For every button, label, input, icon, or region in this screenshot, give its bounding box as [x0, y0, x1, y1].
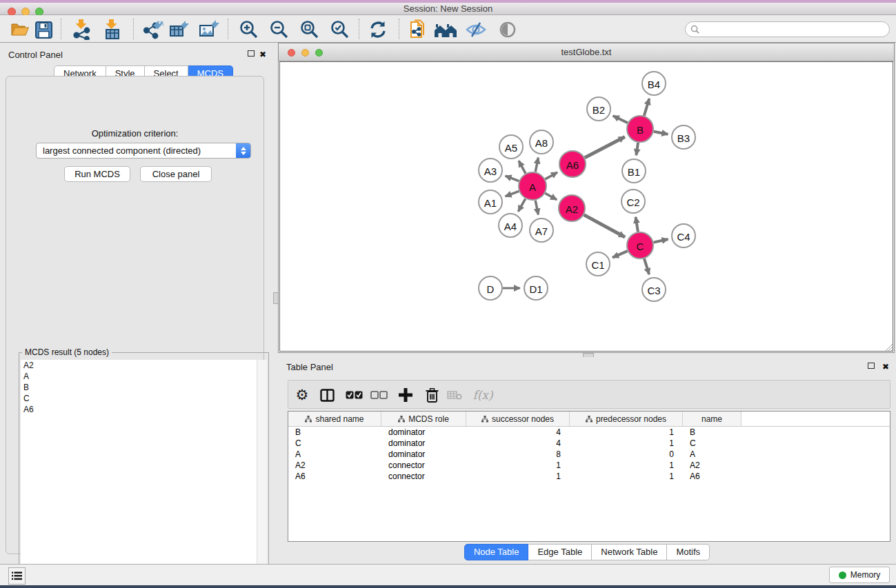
table-row[interactable]: Adominator80A: [288, 449, 890, 460]
table-row[interactable]: Cdominator41C: [288, 438, 890, 449]
table-cell[interactable]: 4: [466, 427, 570, 438]
export-network-icon[interactable]: [141, 18, 165, 41]
result-list-scrollbar[interactable]: [257, 360, 267, 581]
edge-B-B4[interactable]: [644, 99, 650, 116]
edge-A-A5[interactable]: [519, 161, 526, 173]
task-history-button[interactable]: [8, 567, 26, 585]
minimize-network-window-button[interactable]: [301, 49, 309, 57]
graph-node-B1[interactable]: B1: [622, 159, 646, 183]
result-list-item[interactable]: A2: [21, 360, 257, 371]
delete-column-icon[interactable]: [420, 381, 444, 409]
tab-edge-table[interactable]: Edge Table: [528, 544, 592, 560]
hide-selected-icon[interactable]: [464, 18, 488, 41]
edge-A-A8[interactable]: [535, 158, 538, 172]
column-header-name[interactable]: name: [683, 412, 741, 426]
graph-node-A[interactable]: A: [519, 172, 546, 200]
show-columns-icon[interactable]: [315, 381, 339, 409]
open-file-icon[interactable]: [8, 18, 32, 41]
table-row[interactable]: A6connector11A6: [288, 471, 890, 482]
table-cell[interactable]: 1: [570, 460, 683, 471]
save-session-icon[interactable]: [32, 18, 55, 41]
table-cell[interactable]: A: [288, 449, 381, 460]
graph-node-D[interactable]: D: [479, 276, 502, 300]
table-cell[interactable]: dominator: [381, 449, 466, 460]
edge-B-B3[interactable]: [654, 132, 668, 134]
column-header-shared-name[interactable]: shared name: [288, 412, 381, 426]
table-cell[interactable]: dominator: [381, 427, 466, 438]
edge-B-B2[interactable]: [613, 116, 628, 123]
zoom-fit-icon[interactable]: [298, 18, 321, 41]
table-cell[interactable]: A2: [288, 460, 381, 471]
tab-motifs[interactable]: Motifs: [667, 544, 710, 560]
graph-node-B2[interactable]: B2: [587, 97, 610, 121]
tab-node-table[interactable]: Node Table: [464, 544, 529, 560]
table-cell[interactable]: A: [683, 449, 741, 460]
edge-A-A2[interactable]: [545, 193, 557, 199]
table-cell[interactable]: 1: [466, 471, 570, 482]
graph-node-B3[interactable]: B3: [672, 125, 695, 149]
graph-node-C4[interactable]: C4: [672, 224, 695, 247]
import-table-icon[interactable]: [101, 18, 124, 41]
column-header-mcds-role[interactable]: MCDS role: [381, 412, 466, 426]
edge-A-A3[interactable]: [506, 176, 519, 181]
graph-node-A8[interactable]: A8: [530, 130, 553, 154]
home-views-icon[interactable]: [434, 18, 457, 41]
table-cell[interactable]: A6: [288, 471, 381, 482]
graph-node-A2[interactable]: A2: [559, 195, 585, 221]
column-header-predecessor-nodes[interactable]: predecessor nodes: [570, 412, 683, 426]
result-list-item[interactable]: A: [21, 371, 257, 382]
import-network-icon[interactable]: [70, 18, 94, 41]
table-cell[interactable]: 1: [466, 460, 570, 471]
graph-node-C2[interactable]: C2: [621, 190, 645, 213]
memory-button[interactable]: Memory: [829, 567, 890, 583]
graph-node-A6[interactable]: A6: [559, 151, 586, 177]
close-table-panel-icon[interactable]: ✖: [882, 363, 889, 370]
table-cell[interactable]: connector: [381, 460, 466, 471]
graph-node-C1[interactable]: C1: [586, 252, 610, 276]
graph-node-D1[interactable]: D1: [524, 276, 548, 300]
zoom-out-icon[interactable]: [268, 18, 291, 41]
table-cell[interactable]: C: [288, 438, 381, 449]
table-cell[interactable]: B: [288, 427, 381, 438]
copy-network-icon[interactable]: [406, 18, 430, 41]
edge-C-C1[interactable]: [613, 251, 628, 258]
edge-A-A6[interactable]: [545, 172, 557, 179]
zoom-in-icon[interactable]: [237, 18, 261, 41]
table-cell[interactable]: C: [683, 438, 741, 449]
table-row[interactable]: A2connector11A2: [288, 460, 890, 471]
table-cell[interactable]: dominator: [381, 438, 466, 449]
close-panel-icon[interactable]: ✖: [259, 51, 266, 58]
column-header-successor-nodes[interactable]: successor nodes: [466, 412, 570, 426]
edge-A-A7[interactable]: [535, 201, 538, 215]
edge-A6-B[interactable]: [585, 137, 625, 158]
delete-table-icon[interactable]: [443, 381, 466, 409]
function-builder-icon[interactable]: f(x): [469, 381, 497, 409]
export-image-icon[interactable]: [197, 18, 221, 41]
graph-node-A4[interactable]: A4: [499, 214, 522, 237]
show-all-icon[interactable]: [496, 18, 519, 41]
table-cell[interactable]: connector: [381, 471, 466, 482]
graph-node-B[interactable]: B: [627, 116, 653, 142]
float-panel-icon[interactable]: [248, 50, 255, 57]
add-column-icon[interactable]: [394, 381, 417, 409]
zoom-selected-icon[interactable]: [328, 18, 352, 41]
select-all-checkboxes-icon[interactable]: [342, 381, 366, 409]
edge-A-A1[interactable]: [506, 191, 519, 196]
result-list-item[interactable]: C: [21, 393, 257, 404]
edge-A-A4[interactable]: [518, 199, 525, 212]
table-row[interactable]: Bdominator41B: [288, 427, 890, 438]
search-input[interactable]: [699, 25, 879, 34]
export-table-icon[interactable]: [168, 18, 191, 41]
window-resize-grip[interactable]: [886, 344, 893, 351]
table-cell[interactable]: 8: [466, 449, 570, 460]
result-list-item[interactable]: B: [21, 382, 257, 393]
float-table-panel-icon[interactable]: [868, 363, 875, 369]
graph-node-A1[interactable]: A1: [479, 190, 502, 214]
table-cell[interactable]: A2: [683, 460, 741, 471]
deselect-all-checkboxes-icon[interactable]: [367, 381, 390, 409]
graph-node-C3[interactable]: C3: [642, 278, 666, 301]
edge-C-C3[interactable]: [644, 258, 649, 274]
table-cell[interactable]: 1: [570, 438, 683, 449]
table-cell[interactable]: B: [683, 427, 741, 438]
table-cell[interactable]: 0: [570, 449, 683, 460]
